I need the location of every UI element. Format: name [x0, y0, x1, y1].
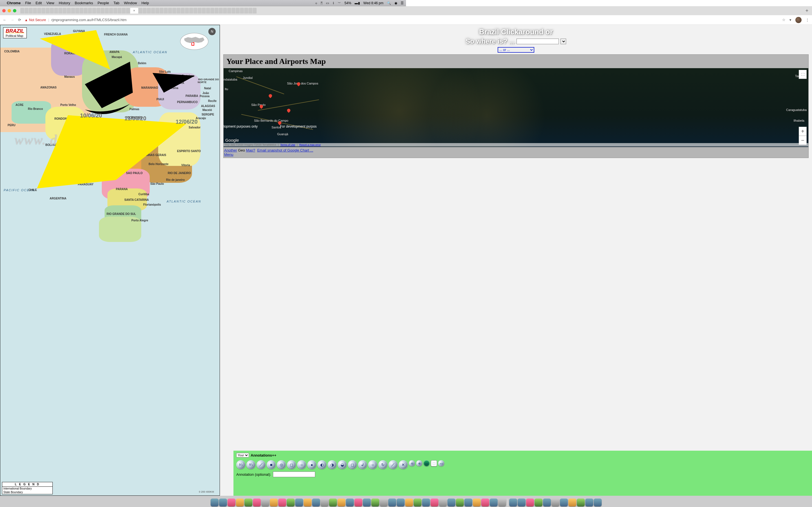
- pinned-tab[interactable]: [210, 8, 214, 13]
- pinned-tab[interactable]: [29, 8, 33, 13]
- pinned-tab[interactable]: [71, 8, 75, 13]
- pinned-tab[interactable]: [37, 8, 41, 13]
- pinned-tab[interactable]: [75, 8, 79, 13]
- reload-button[interactable]: ⟳: [18, 18, 21, 22]
- menu-tab[interactable]: Tab: [113, 1, 119, 5]
- pinned-tab[interactable]: [240, 8, 244, 13]
- pinned-tab[interactable]: [193, 8, 197, 13]
- pinned-tab[interactable]: [232, 8, 236, 13]
- pinned-tab[interactable]: [96, 8, 100, 13]
- pinned-tab[interactable]: [185, 8, 189, 13]
- pinned-tab[interactable]: [223, 8, 227, 13]
- state-alagoas[interactable]: ALAGOAS: [200, 105, 216, 108]
- pinned-tab[interactable]: [63, 8, 66, 13]
- siri-icon[interactable]: ◉: [395, 1, 397, 5]
- pinned-tab[interactable]: [24, 8, 29, 13]
- pinned-tab[interactable]: [206, 8, 210, 13]
- map-pin[interactable]: [260, 105, 264, 109]
- menu-history[interactable]: History: [59, 1, 70, 5]
- pinned-tab[interactable]: [46, 8, 50, 13]
- report-link[interactable]: Report a map error: [299, 144, 320, 146]
- pinned-tab[interactable]: [253, 8, 257, 13]
- pinned-tab[interactable]: [189, 8, 193, 13]
- city-salvador[interactable]: Salvador: [186, 126, 201, 129]
- pinned-tab[interactable]: [244, 8, 248, 13]
- pinned-tab[interactable]: [236, 8, 240, 13]
- menu-window[interactable]: Window: [124, 1, 137, 5]
- pinned-tab[interactable]: [33, 8, 37, 13]
- pinned-tab[interactable]: [198, 8, 202, 13]
- spotlight-icon[interactable]: 🔍: [387, 1, 391, 5]
- state-amazonas[interactable]: AMAZONAS: [40, 86, 57, 89]
- pinned-tab[interactable]: [84, 8, 88, 13]
- clock[interactable]: Wed 8:46 pm: [363, 1, 384, 5]
- pinned-tab[interactable]: [168, 8, 172, 13]
- pinned-tab[interactable]: [20, 8, 24, 13]
- state-amapa[interactable]: AMAPA: [109, 50, 120, 54]
- pinned-tab[interactable]: [109, 8, 113, 13]
- pinned-tab[interactable]: [50, 8, 54, 13]
- pinned-tab[interactable]: [117, 8, 121, 13]
- wifi-icon[interactable]: ︶: [338, 1, 341, 5]
- state-sergipe[interactable]: SERGIPE: [201, 113, 214, 116]
- status-icon[interactable]: ᛗ: [320, 1, 322, 5]
- pinned-tab[interactable]: [92, 8, 96, 13]
- menu-view[interactable]: View: [46, 1, 54, 5]
- city-macapa[interactable]: Macapá: [109, 55, 123, 59]
- another-link[interactable]: Another: [224, 148, 237, 152]
- city-curitiba[interactable]: Curitiba: [136, 193, 150, 196]
- menu-link[interactable]: Menu: [224, 152, 234, 157]
- city-manaus[interactable]: Manaus: [61, 75, 75, 78]
- close-window[interactable]: [2, 9, 6, 12]
- menu-help[interactable]: Help: [142, 1, 149, 5]
- active-tab[interactable]: [130, 8, 138, 13]
- city-recife[interactable]: Recife: [205, 100, 217, 103]
- city-portovelho[interactable]: Porto Velho: [57, 103, 77, 107]
- pinned-tab[interactable]: [122, 8, 126, 13]
- pinned-tab[interactable]: [58, 8, 62, 13]
- pinned-tab[interactable]: [54, 8, 58, 13]
- pinned-tab[interactable]: [147, 8, 151, 13]
- state-sc[interactable]: SANTA CATARINA: [124, 198, 149, 202]
- menu-people[interactable]: People: [98, 1, 109, 5]
- airplay-icon[interactable]: ▭: [326, 1, 329, 5]
- google-map[interactable]: Campinas Taubaté Jundiaí São José dos Ca…: [223, 68, 406, 147]
- pinned-tab[interactable]: [176, 8, 181, 13]
- security-badge[interactable]: ▲Not Secure: [24, 18, 46, 22]
- pinned-tab[interactable]: [214, 8, 218, 13]
- pinned-tab[interactable]: [101, 8, 105, 13]
- pinned-tab[interactable]: [202, 8, 206, 13]
- menu-bookmarks[interactable]: Bookmarks: [75, 1, 93, 5]
- pinned-tab[interactable]: [67, 8, 71, 13]
- pinned-tab[interactable]: [113, 8, 117, 13]
- state-acre[interactable]: ACRE: [15, 103, 24, 107]
- map-pin[interactable]: [269, 94, 273, 98]
- state-piaui[interactable]: PIAUI: [156, 98, 165, 101]
- status-icon[interactable]: ⟐: [315, 1, 317, 5]
- state-pernambuco[interactable]: PERNAMBUCO: [176, 101, 198, 104]
- menu-file[interactable]: File: [25, 1, 31, 5]
- pinned-tab[interactable]: [219, 8, 223, 13]
- pinned-tab[interactable]: [248, 8, 252, 13]
- forward-button[interactable]: →: [10, 18, 14, 22]
- city-riobranco[interactable]: Rio Branco: [25, 107, 43, 110]
- pinned-tab[interactable]: [172, 8, 176, 13]
- brazil-map[interactable]: ATLANTIC OCEAN ATLANTIC OCEAN PACIFIC OC…: [0, 25, 220, 253]
- city-joaopessoa[interactable]: João Pessoa: [200, 92, 220, 98]
- bluetooth-icon[interactable]: ᚼ: [333, 1, 335, 5]
- pinned-tab[interactable]: [126, 8, 130, 13]
- map-link[interactable]: Map?: [246, 148, 255, 152]
- city-natal[interactable]: Natal: [201, 87, 211, 90]
- pinned-tab[interactable]: [160, 8, 163, 13]
- pinned-tab[interactable]: [151, 8, 155, 13]
- city-floripa[interactable]: Florianópolis: [140, 203, 161, 206]
- pinned-tab[interactable]: [105, 8, 109, 13]
- pinned-tab[interactable]: [42, 8, 45, 13]
- state-rgn[interactable]: RIO GRANDE DO NORTE: [198, 78, 220, 83]
- city-poa[interactable]: Porto Alegre: [129, 219, 149, 222]
- pinned-tab[interactable]: [164, 8, 168, 13]
- email-link[interactable]: Email snapshot of Google Chart ...: [257, 148, 313, 152]
- terms-link[interactable]: Terms of Use: [280, 144, 295, 146]
- pinned-tab[interactable]: [227, 8, 231, 13]
- menu-edit[interactable]: Edit: [36, 1, 42, 5]
